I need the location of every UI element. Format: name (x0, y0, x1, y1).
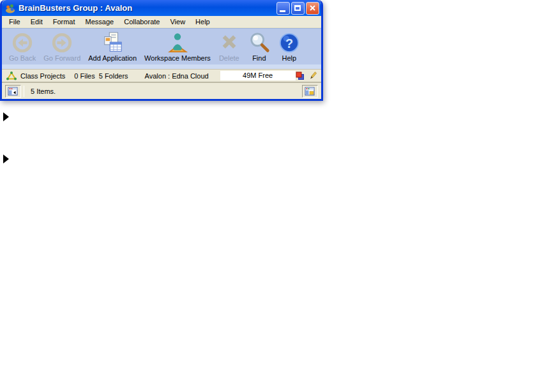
menu-file[interactable]: File (4, 16, 26, 27)
delete-icon (218, 32, 240, 54)
infobar: Class Projects 0 Files 5 Folders Avalon … (2, 69, 321, 82)
files-count: 0 Files (74, 72, 95, 80)
app-icon (5, 3, 15, 13)
toolbar-label: Go Back (9, 54, 36, 62)
pane-toggle-cell[interactable] (5, 85, 21, 98)
go-back-button: Go Back (5, 31, 40, 62)
edit-pencil-icon[interactable] (309, 72, 317, 80)
menu-message[interactable]: Message (80, 16, 119, 27)
window-brainbusters-group: BrainBusters Group : Avalon File Edit Fo… (0, 0, 323, 101)
view-toggle-icon (305, 86, 315, 96)
add-application-button[interactable]: Add Application (84, 31, 140, 62)
help-icon: ? (278, 32, 300, 54)
window-title: BrainBusters Group : Avalon (19, 3, 132, 13)
menu-collaborate[interactable]: Collaborate (119, 16, 165, 27)
toolbar: Go Back Go Forward (2, 28, 321, 69)
toolbar-label: Add Application (88, 54, 137, 62)
close-button[interactable] (306, 2, 319, 15)
workspace-members-button[interactable]: Workspace Members (140, 31, 215, 62)
view-toggle-cell[interactable] (302, 85, 318, 98)
folders-count: 5 Folders (99, 72, 128, 80)
menubar: File Edit Format Message Collaborate Vie… (2, 16, 321, 28)
pane-toggle-icon (8, 86, 19, 96)
menu-format[interactable]: Format (48, 16, 80, 27)
class-projects-icon (6, 71, 17, 81)
go-forward-icon (51, 32, 73, 54)
find-icon (248, 32, 271, 54)
expand-pane-handle[interactable] (3, 112, 9, 121)
find-button[interactable]: Find (244, 31, 275, 62)
toolbar-label: Delete (219, 54, 239, 62)
minimize-button[interactable] (276, 2, 290, 15)
expand-pane-handle[interactable] (3, 155, 9, 163)
maximize-button[interactable] (291, 2, 305, 15)
menu-view[interactable]: View (165, 16, 190, 27)
help-button[interactable]: ? Help (275, 31, 304, 62)
toolbar-label: Help (282, 54, 297, 62)
add-application-icon (101, 32, 124, 54)
titlebar-brainbusters-group[interactable]: BrainBusters Group : Avalon (2, 0, 321, 16)
delete-button: Delete (215, 31, 244, 62)
sync-squares-icon[interactable] (296, 72, 305, 80)
location-label: Class Projects (20, 72, 65, 80)
free-space-indicator: 49M Free (220, 71, 296, 80)
svg-text:?: ? (285, 36, 293, 50)
workspace-members-icon (166, 32, 189, 54)
menu-edit[interactable]: Edit (26, 16, 48, 27)
go-back-icon (11, 32, 33, 54)
account-label: Avalon : Edna Cloud (145, 72, 209, 80)
close-icon (309, 4, 316, 11)
toolbar-label: Workspace Members (144, 54, 211, 62)
front-status-text: 5 Items. (27, 87, 56, 95)
front-statusbar: 5 Items. (2, 82, 321, 99)
go-forward-button: Go Forward (40, 31, 84, 62)
toolbar-label: Go Forward (43, 54, 80, 62)
toolbar-label: Find (252, 54, 266, 62)
menu-help[interactable]: Help (190, 16, 215, 27)
